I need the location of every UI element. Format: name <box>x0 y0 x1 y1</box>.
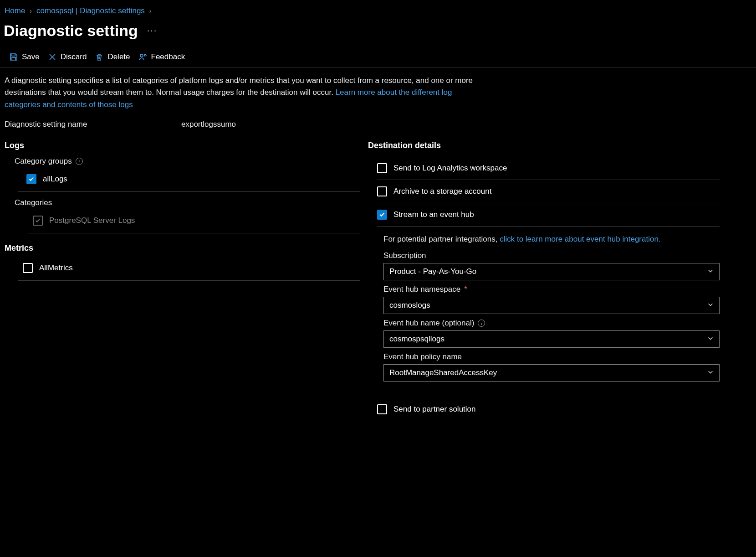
info-icon[interactable]: i <box>76 158 83 165</box>
divider <box>18 191 360 192</box>
subscription-value: Product - Pay-As-You-Go <box>389 267 476 276</box>
namespace-label: Event hub namespace <box>383 285 460 294</box>
info-icon[interactable]: i <box>478 320 485 327</box>
policy-label: Event hub policy name <box>383 352 462 361</box>
close-icon <box>48 52 57 62</box>
eventhub-label: Stream to an event hub <box>393 210 474 219</box>
hubname-select[interactable]: cosmospsqllogs <box>383 330 720 348</box>
partner-integrations-text: For potential partner integrations, <box>383 235 500 243</box>
toolbar: Save Discard Delete Feedback <box>0 48 756 67</box>
subscription-label: Subscription <box>383 251 426 260</box>
chevron-down-icon <box>707 267 714 276</box>
breadcrumb-parent[interactable]: comospsql | Diagnostic settings <box>36 6 145 15</box>
divider <box>18 280 360 281</box>
delete-button[interactable]: Delete <box>95 52 130 62</box>
namespace-select[interactable]: cosmoslogs <box>383 297 720 314</box>
page-title: Diagnostic setting <box>4 22 138 40</box>
log-analytics-checkbox[interactable] <box>377 163 387 173</box>
alllogs-checkbox[interactable] <box>26 174 36 184</box>
categories-label: Categories <box>15 198 52 207</box>
namespace-value: cosmoslogs <box>389 301 430 310</box>
discard-button[interactable]: Discard <box>48 52 87 62</box>
allmetrics-checkbox[interactable] <box>23 263 33 273</box>
divider <box>28 233 360 233</box>
postgresql-logs-checkbox <box>33 216 43 226</box>
delete-label: Delete <box>107 52 130 62</box>
setting-name-label: Diagnostic setting name <box>5 120 181 129</box>
storage-checkbox[interactable] <box>377 186 387 196</box>
logs-section-title: Logs <box>5 141 360 150</box>
chevron-right-icon: › <box>30 7 32 15</box>
metrics-section-title: Metrics <box>5 243 360 253</box>
discard-label: Discard <box>61 52 87 62</box>
partner-solution-label: Send to partner solution <box>393 405 476 414</box>
save-label: Save <box>22 52 40 62</box>
subscription-select[interactable]: Product - Pay-As-You-Go <box>383 263 720 280</box>
required-indicator: * <box>464 285 467 294</box>
eventhub-checkbox[interactable] <box>377 210 387 220</box>
chevron-down-icon <box>707 335 714 344</box>
trash-icon <box>95 52 104 62</box>
feedback-button[interactable]: Feedback <box>138 52 185 62</box>
chevron-right-icon: › <box>149 7 152 15</box>
save-icon <box>9 52 18 62</box>
policy-value: RootManageSharedAccessKey <box>389 368 497 377</box>
feedback-icon <box>138 52 148 62</box>
log-analytics-label: Send to Log Analytics workspace <box>393 164 507 173</box>
description: A diagnostic setting specifies a list of… <box>0 67 492 113</box>
policy-select[interactable]: RootManageSharedAccessKey <box>383 364 720 382</box>
more-menu-button[interactable]: ··· <box>147 26 158 36</box>
divider <box>377 226 720 227</box>
hubname-value: cosmospsqllogs <box>389 335 444 344</box>
breadcrumb: Home › comospsql | Diagnostic settings › <box>0 0 756 19</box>
alllogs-label: allLogs <box>43 175 67 184</box>
chevron-down-icon <box>707 301 714 310</box>
category-groups-label: Category groups <box>15 157 72 166</box>
setting-name-value[interactable]: exportlogssumo <box>181 120 236 129</box>
svg-point-0 <box>140 54 143 57</box>
feedback-label: Feedback <box>151 52 185 62</box>
breadcrumb-home[interactable]: Home <box>5 6 25 15</box>
destination-section-title: Destination details <box>368 141 720 150</box>
chevron-down-icon <box>707 368 714 377</box>
postgresql-logs-label: PostgreSQL Server Logs <box>49 216 135 225</box>
storage-label: Archive to a storage account <box>393 187 491 196</box>
save-button[interactable]: Save <box>9 52 40 62</box>
partner-solution-checkbox[interactable] <box>377 404 387 414</box>
allmetrics-label: AllMetrics <box>39 263 73 273</box>
eventhub-learn-more-link[interactable]: click to learn more about event hub inte… <box>500 235 660 243</box>
hubname-label: Event hub name (optional) <box>383 319 474 328</box>
